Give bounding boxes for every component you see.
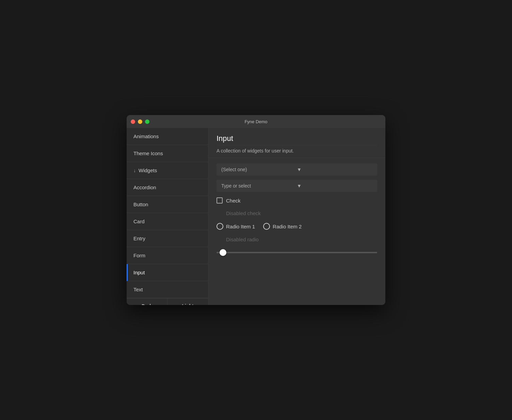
- type-or-select-placeholder: Type or select: [221, 183, 297, 189]
- radio-item-2[interactable]: Radio Item 2: [263, 223, 302, 230]
- traffic-lights: [131, 119, 149, 124]
- radio-label-1: Radio Item 1: [226, 224, 255, 229]
- window-title: Fyne Demo: [244, 119, 267, 124]
- sidebar-item-theme-icons-label: Theme Icons: [133, 150, 163, 156]
- disabled-radio-row: Disabled radio: [217, 235, 377, 244]
- type-or-select-dropdown[interactable]: Type or select ▼: [217, 180, 377, 192]
- sidebar-item-theme-icons[interactable]: Theme Icons: [127, 145, 208, 162]
- theme-switcher: Dark Light: [127, 298, 208, 305]
- select-one-arrow-icon: ▼: [297, 167, 372, 172]
- titlebar: Fyne Demo: [127, 115, 385, 128]
- radio-row: Radio Item 1 Radio Item 2: [217, 222, 377, 231]
- widgets-arrow-icon: ↓: [133, 168, 136, 173]
- light-theme-button[interactable]: Light: [167, 298, 208, 305]
- sidebar-item-text-label: Text: [133, 287, 143, 292]
- sidebar-item-entry[interactable]: Entry: [127, 230, 208, 247]
- sidebar-item-entry-label: Entry: [133, 236, 145, 241]
- sidebar-item-accordion-label: Accordion: [133, 184, 156, 190]
- maximize-button[interactable]: [145, 119, 149, 124]
- main-content: Input A collection of widgets for user i…: [208, 128, 385, 305]
- type-or-select-arrow-icon: ▼: [297, 183, 372, 189]
- header-divider: [217, 145, 377, 145]
- sidebar-item-card[interactable]: Card: [127, 213, 208, 230]
- radio-circle-2: [263, 223, 270, 230]
- sidebar-item-input-label: Input: [133, 270, 145, 275]
- slider-track: [217, 252, 377, 253]
- sidebar-item-animations-label: Animations: [133, 133, 159, 139]
- sidebar-item-form[interactable]: Form: [127, 247, 208, 264]
- content-body: (Select one) ▼ Type or select ▼ Check Di…: [208, 158, 385, 260]
- disabled-radio-label: Disabled radio: [217, 237, 259, 242]
- close-button[interactable]: [131, 119, 135, 124]
- sidebar-item-button[interactable]: Button: [127, 196, 208, 213]
- select-one-placeholder: (Select one): [221, 167, 297, 172]
- sidebar-item-form-label: Form: [133, 253, 145, 258]
- select-one-dropdown[interactable]: (Select one) ▼: [217, 163, 377, 176]
- radio-item-1[interactable]: Radio Item 1: [217, 223, 255, 230]
- sidebar: Animations Theme Icons ↓ Widgets Accordi…: [127, 128, 208, 305]
- sidebar-item-text[interactable]: Text: [127, 281, 208, 298]
- content-header: Input A collection of widgets for user i…: [208, 128, 385, 158]
- slider-container[interactable]: [217, 248, 377, 255]
- radio-circle-1: [217, 223, 223, 230]
- window-body: Animations Theme Icons ↓ Widgets Accordi…: [127, 128, 385, 305]
- sidebar-item-accordion[interactable]: Accordion: [127, 179, 208, 196]
- slider-thumb[interactable]: [220, 249, 226, 256]
- check-row[interactable]: Check: [217, 196, 377, 205]
- minimize-button[interactable]: [138, 119, 142, 124]
- sidebar-item-button-label: Button: [133, 201, 148, 207]
- radio-label-2: Radio Item 2: [273, 224, 302, 229]
- disabled-check-label: Disabled check: [217, 210, 261, 216]
- check-label: Check: [226, 198, 241, 204]
- sidebar-item-card-label: Card: [133, 219, 145, 224]
- sidebar-item-animations[interactable]: Animations: [127, 128, 208, 145]
- dark-theme-button[interactable]: Dark: [127, 298, 167, 305]
- sidebar-item-widgets[interactable]: ↓ Widgets: [127, 162, 208, 179]
- sidebar-item-input[interactable]: Input: [127, 264, 208, 281]
- sidebar-item-widgets-label: Widgets: [139, 167, 157, 173]
- disabled-check-row: Disabled check: [217, 209, 377, 217]
- check-checkbox[interactable]: [217, 197, 223, 204]
- app-window: Fyne Demo Animations Theme Icons ↓ Widge…: [127, 115, 385, 305]
- page-description: A collection of widgets for user input.: [217, 148, 377, 154]
- page-title: Input: [217, 134, 377, 143]
